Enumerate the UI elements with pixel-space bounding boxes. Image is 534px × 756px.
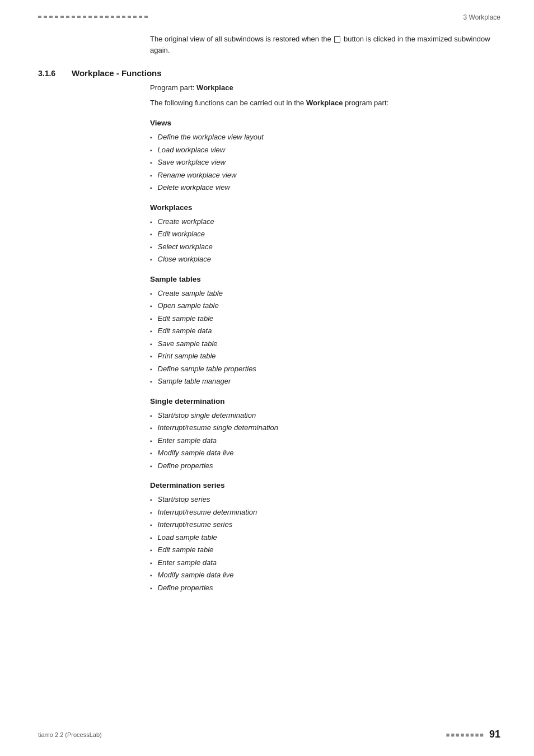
list-item: Delete workplace view [150,182,500,193]
program-part-line: Program part: Workplace [150,83,500,92]
footer-page-number: 91 [489,729,500,740]
footer-left-text: tiamo 2.2 (ProcessLab) [38,731,102,738]
workplace-bold: Workplace [306,99,343,107]
intro-paragraph: The original view of all subwindows is r… [150,34,500,56]
subsection-heading-3: Single determination [150,397,500,405]
subsections-container: ViewsDefine the workplace view layoutLoa… [38,119,500,593]
list-item: Rename workplace view [150,170,500,181]
section-number: 3.1.6 [38,69,72,78]
subsection-0: ViewsDefine the workplace view layoutLoa… [150,119,500,193]
list-item: Save workplace view [150,157,500,168]
list-item: Define sample table properties [150,363,500,375]
page-footer: tiamo 2.2 (ProcessLab) ■■■■■■■■ 91 [38,729,500,740]
list-item: Start/stop series [150,494,500,505]
list-item: Print sample table [150,351,500,362]
list-item: Edit workplace [150,228,500,240]
list-item: Select workplace [150,241,500,253]
list-item: Create workplace [150,216,500,227]
list-item: Load workplace view [150,144,500,156]
page-header-right: 3 Workplace [463,13,500,21]
page: 3 Workplace The original view of all sub… [0,0,534,756]
footer-right: ■■■■■■■■ 91 [446,729,500,740]
list-item: Define properties [150,582,500,594]
description-paragraph: The following functions can be carried o… [150,97,500,109]
list-item: Close workplace [150,254,500,265]
restore-button-icon [334,36,340,43]
list-item: Interrupt/resume determination [150,507,500,518]
list-item: Define properties [150,460,500,472]
top-decoration-bar [38,16,150,18]
list-item: Edit sample table [150,544,500,556]
subsection-2: Sample tablesCreate sample tableOpen sam… [150,275,500,387]
program-part-label: Program part: [150,83,194,92]
list-item: Modify sample data live [150,570,500,581]
subsection-heading-4: Determination series [150,481,500,489]
list-item: Open sample table [150,300,500,311]
subsection-4: Determination seriesStart/stop seriesInt… [150,481,500,593]
list-item: Load sample table [150,532,500,543]
list-item: Start/stop single determination [150,410,500,421]
program-part-value: Workplace [196,83,233,92]
list-item: Enter sample data [150,435,500,446]
list-item: Edit sample data [150,325,500,337]
section-heading: 3.1.6 Workplace - Functions [38,68,500,78]
subsection-heading-0: Views [150,119,500,127]
main-content: The original view of all subwindows is r… [38,34,500,603]
list-item: Enter sample data [150,557,500,568]
list-item: Create sample table [150,288,500,299]
subsection-3: Single determinationStart/stop single de… [150,397,500,472]
list-item: Edit sample table [150,313,500,324]
list-item: Modify sample data live [150,447,500,459]
subsection-heading-1: Workplaces [150,203,500,212]
list-item: Save sample table [150,338,500,349]
subsection-heading-2: Sample tables [150,275,500,283]
section-title: Workplace - Functions [72,68,162,78]
bullet-list-3: Start/stop single determinationInterrupt… [150,410,500,472]
bullet-list-4: Start/stop seriesInterrupt/resume determ… [150,494,500,593]
list-item: Interrupt/resume single determination [150,422,500,433]
list-item: Define the workplace view layout [150,132,500,143]
bullet-list-1: Create workplaceEdit workplaceSelect wor… [150,216,500,265]
footer-dots: ■■■■■■■■ [446,731,485,738]
list-item: Interrupt/resume series [150,519,500,530]
bullet-list-2: Create sample tableOpen sample tableEdit… [150,288,500,387]
subsection-1: WorkplacesCreate workplaceEdit workplace… [150,203,500,265]
bullet-list-0: Define the workplace view layoutLoad wor… [150,132,500,193]
list-item: Sample table manager [150,376,500,387]
